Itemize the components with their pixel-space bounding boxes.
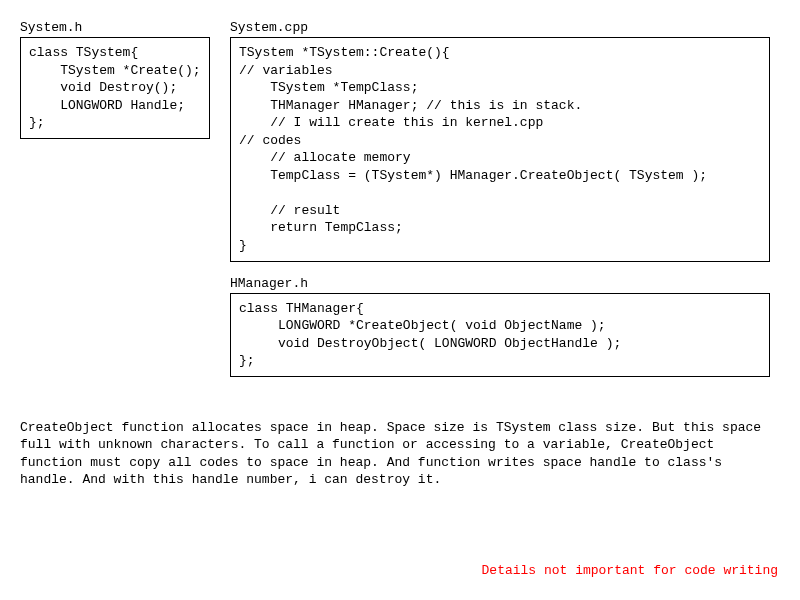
system-h-label: System.h — [20, 20, 210, 35]
right-column: System.cpp TSystem *TSystem::Create(){ /… — [230, 20, 770, 391]
code-layout: System.h class TSystem{ TSystem *Create(… — [20, 20, 780, 391]
explanation-text: CreateObject function allocates space in… — [20, 419, 780, 489]
system-cpp-code: TSystem *TSystem::Create(){ // variables… — [230, 37, 770, 262]
hmanager-h-label: HManager.h — [230, 276, 770, 291]
left-column: System.h class TSystem{ TSystem *Create(… — [20, 20, 210, 391]
hmanager-h-code: class THManager{ LONGWORD *CreateObject(… — [230, 293, 770, 377]
footnote-text: Details not important for code writing — [482, 563, 778, 578]
system-cpp-label: System.cpp — [230, 20, 770, 35]
system-h-code: class TSystem{ TSystem *Create(); void D… — [20, 37, 210, 139]
